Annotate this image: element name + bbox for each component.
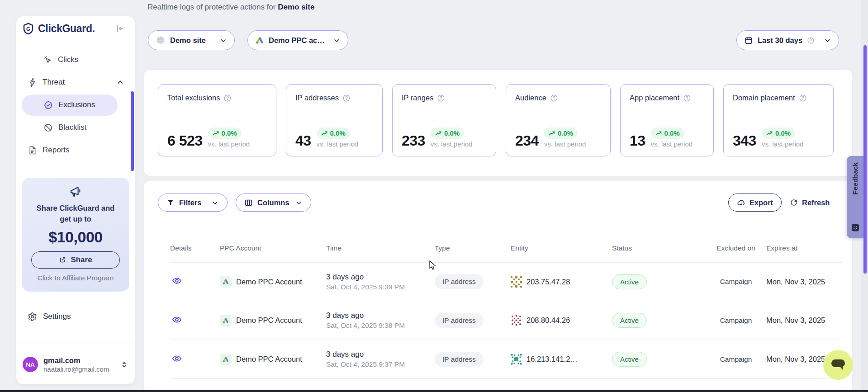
cloud-download-icon <box>737 198 745 207</box>
avatar: NA <box>23 357 38 372</box>
table-row[interactable]: Demo PPC Account 3 days agoSat, Oct 4, 2… <box>170 340 843 379</box>
help-icon <box>683 94 691 102</box>
sidebar-item-label: Clicks <box>58 55 78 64</box>
feedback-smiley-icon <box>851 223 860 232</box>
column-header-details: Details <box>170 244 220 253</box>
filters-button-label: Filters <box>179 198 202 207</box>
stat-delta: 0.0% <box>222 129 237 137</box>
subtitle-site-name: Demo site <box>278 3 314 11</box>
stat-label: Total exclusions <box>167 94 220 102</box>
table-row[interactable]: Demo PPC Account 3 days agoSat, Oct 4, 2… <box>170 262 843 301</box>
stat-delta: 0.0% <box>664 129 680 137</box>
columns-button-label: Columns <box>257 198 289 207</box>
gear-icon <box>28 312 37 321</box>
share-button[interactable]: Share <box>31 251 120 269</box>
time-exact: Sat, Oct 4, 2025 9:37 PM <box>326 360 435 368</box>
sidebar-collapse-icon[interactable] <box>114 24 124 33</box>
trend-up-icon <box>435 130 442 136</box>
sidebar-item-threat[interactable]: Threat <box>28 73 124 91</box>
time-exact: Sat, Oct 4, 2025 9:39 PM <box>326 283 435 291</box>
view-details-eye-icon[interactable] <box>172 315 182 325</box>
filters-button[interactable]: Filters <box>158 194 228 212</box>
columns-icon <box>244 198 253 207</box>
site-selector[interactable]: Demo site <box>148 30 235 50</box>
help-icon <box>223 94 232 102</box>
stat-caption: vs. last period <box>431 140 473 148</box>
sidebar-divider <box>16 344 135 344</box>
sidebar-item-exclusions[interactable]: Exclusions <box>22 94 118 116</box>
chevron-down-icon <box>824 37 831 44</box>
funnel-icon <box>166 198 175 207</box>
view-details-eye-icon[interactable] <box>172 354 182 364</box>
sidebar-scrollbar[interactable] <box>131 91 134 171</box>
excluded-on-value: Campaign <box>706 355 766 364</box>
trend-up-icon <box>549 130 555 136</box>
sidebar-item-reports[interactable]: Reports <box>28 141 70 159</box>
stat-value: 43 <box>295 133 311 148</box>
chat-widget-button[interactable] <box>823 350 853 380</box>
type-badge: IP address <box>435 274 484 289</box>
sidebar-item-settings[interactable]: Settings <box>28 307 71 326</box>
stat-value: 6 523 <box>167 133 203 148</box>
affiliate-promo-card[interactable]: Share ClickGuard and get up to $10,000 S… <box>22 178 129 292</box>
stat-value: 343 <box>733 133 756 148</box>
stat-caption: vs. last period <box>317 140 359 148</box>
chevron-down-icon <box>211 199 219 207</box>
table-header-row: Details PPC Account Time Type Entity Sta… <box>170 235 843 261</box>
promo-caption: Click to Affiliate Program <box>38 274 114 282</box>
expires-at-value: Mon, Nov 3, 2025 <box>766 278 843 286</box>
exclusions-table-panel: Filters Columns Export Refresh <box>144 181 852 392</box>
stat-value: 13 <box>630 133 645 148</box>
user-account-menu[interactable]: NA gmail.com naatali.ro@gmail.com <box>23 354 128 374</box>
trend-up-icon <box>655 130 662 136</box>
time-relative: 3 days ago <box>326 273 435 282</box>
ppc-account-selector[interactable]: Demo PPC ac… <box>247 30 348 50</box>
refresh-button[interactable]: Refresh <box>790 194 830 212</box>
stat-card-domain-placement: Domain placement 343 0.0% vs. last perio… <box>723 84 834 156</box>
status-badge: Active <box>612 352 647 367</box>
entity-value: 208.80.44.26 <box>526 316 570 325</box>
external-link-icon <box>59 256 66 264</box>
columns-button[interactable]: Columns <box>236 194 311 212</box>
stat-caption: vs. last period <box>544 140 586 148</box>
date-range-value: Last 30 days <box>758 36 802 45</box>
document-icon <box>28 146 37 155</box>
ppc-account-name: Demo PPC Account <box>236 355 302 364</box>
sidebar-item-clicks[interactable]: Clicks <box>43 51 78 69</box>
entity-identicon <box>511 354 522 365</box>
help-icon <box>807 37 815 44</box>
stat-card-app-placement: App placement 13 0.0% vs. last period <box>620 84 714 156</box>
view-details-eye-icon[interactable] <box>172 276 182 286</box>
stat-value: 234 <box>515 133 539 148</box>
feedback-tab[interactable]: Feedback <box>847 156 864 238</box>
trend-up-icon <box>766 130 773 136</box>
clickguard-dashboard: G ClickGuard. Clicks Threat <box>0 0 868 392</box>
trend-up-icon <box>321 130 328 136</box>
lightning-icon <box>28 78 37 87</box>
stat-label: IP addresses <box>295 94 339 102</box>
column-header-entity: Entity <box>511 244 612 253</box>
page-scrollbar-thumb[interactable] <box>863 45 867 274</box>
column-header-expires-at: Expires at <box>766 244 843 253</box>
stat-caption: vs. last period <box>208 140 250 148</box>
refresh-icon <box>790 198 798 207</box>
calendar-icon <box>744 36 753 45</box>
date-range-selector[interactable]: Last 30 days <box>736 30 839 50</box>
time-relative: 3 days ago <box>326 350 435 359</box>
globe-icon <box>156 35 166 45</box>
ppc-account-name: Demo PPC Account <box>236 316 302 325</box>
user-email: naatali.ro@gmail.com <box>43 365 109 373</box>
stat-caption: vs. last period <box>651 140 693 148</box>
sidebar-item-blacklist[interactable]: Blacklist <box>43 118 86 137</box>
entity-value: 16.213.141.2… <box>526 355 578 364</box>
svg-text:G: G <box>26 26 30 32</box>
export-button[interactable]: Export <box>728 194 782 212</box>
table-row[interactable]: Demo PPC Account 3 days agoSat, Oct 4, 2… <box>170 301 843 340</box>
ppc-account-selector-value: Demo PPC ac… <box>269 36 325 45</box>
export-button-label: Export <box>749 198 773 207</box>
megaphone-icon <box>69 185 82 198</box>
stat-label: Audience <box>515 94 546 102</box>
site-selector-value: Demo site <box>170 36 206 45</box>
google-ads-icon <box>220 354 232 365</box>
google-ads-icon <box>220 276 232 288</box>
